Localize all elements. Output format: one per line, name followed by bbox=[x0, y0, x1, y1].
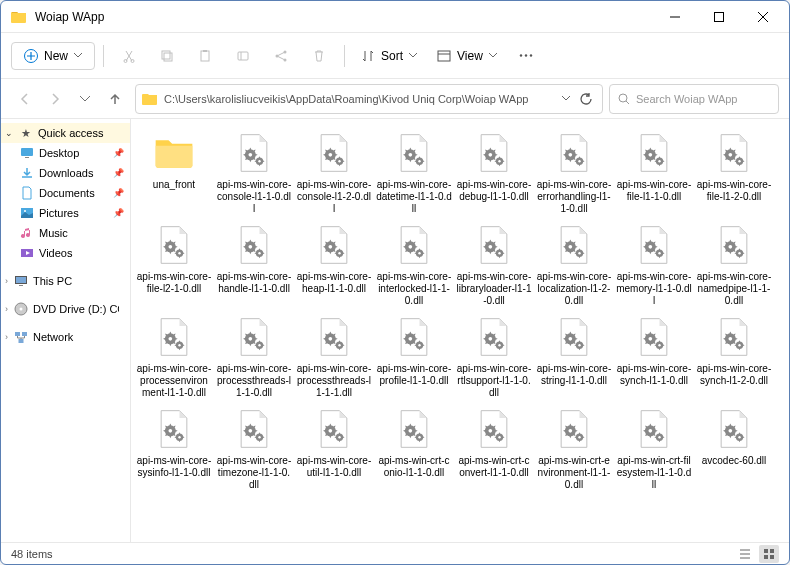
sidebar-dvd[interactable]: › DVD Drive (D:) CCCC bbox=[1, 299, 130, 319]
svg-rect-154 bbox=[764, 549, 768, 553]
file-item[interactable]: api-ms-win-core-memory-l1-1-0.dll bbox=[615, 219, 693, 309]
svg-point-73 bbox=[418, 252, 420, 254]
file-item[interactable]: api-ms-win-crt-environment-l1-1-0.dll bbox=[535, 403, 613, 493]
file-name: api-ms-win-core-file-l2-1-0.dll bbox=[136, 271, 212, 295]
file-item[interactable]: api-ms-win-core-processthreads-l1-1-0.dl… bbox=[215, 311, 293, 401]
sidebar-videos[interactable]: Videos bbox=[1, 243, 130, 263]
file-item[interactable]: api-ms-win-core-errorhandling-l1-1-0.dll bbox=[535, 127, 613, 217]
file-item[interactable]: api-ms-win-crt-conio-l1-1-0.dll bbox=[375, 403, 453, 493]
dll-icon bbox=[390, 129, 438, 177]
more-button[interactable] bbox=[509, 41, 543, 71]
sidebar-documents[interactable]: Documents 📌 bbox=[1, 183, 130, 203]
file-item[interactable]: api-ms-win-core-synch-l1-1-0.dll bbox=[615, 311, 693, 401]
details-view-button[interactable] bbox=[735, 545, 755, 563]
rename-button[interactable] bbox=[226, 41, 260, 71]
dll-icon bbox=[310, 129, 358, 177]
file-item[interactable]: api-ms-win-core-namedpipe-l1-1-0.dll bbox=[695, 219, 773, 309]
maximize-button[interactable] bbox=[697, 2, 741, 32]
file-name: api-ms-win-core-processthreads-l1-1-0.dl… bbox=[216, 363, 292, 399]
back-button[interactable] bbox=[11, 85, 39, 113]
svg-rect-8 bbox=[238, 52, 248, 60]
file-item[interactable]: api-ms-win-core-processenvironment-l1-1-… bbox=[135, 311, 213, 401]
file-item[interactable]: api-ms-win-core-file-l2-1-0.dll bbox=[135, 219, 213, 309]
file-name: api-ms-win-core-string-l1-1-0.dll bbox=[536, 363, 612, 387]
new-button[interactable]: New bbox=[11, 42, 95, 70]
svg-point-147 bbox=[649, 429, 653, 433]
close-button[interactable] bbox=[741, 2, 785, 32]
file-item[interactable]: api-ms-win-core-libraryloader-l1-1-0.dll bbox=[455, 219, 533, 309]
sidebar-network[interactable]: › Network bbox=[1, 327, 130, 347]
dll-icon bbox=[710, 129, 758, 177]
file-item[interactable]: api-ms-win-core-util-l1-1-0.dll bbox=[295, 403, 373, 493]
file-item[interactable]: api-ms-win-core-processthreads-l1-1-1.dl… bbox=[295, 311, 373, 401]
path-chevron-icon bbox=[562, 96, 570, 102]
minimize-button[interactable] bbox=[653, 2, 697, 32]
file-item[interactable]: avcodec-60.dll bbox=[695, 403, 773, 493]
file-name: api-ms-win-core-libraryloader-l1-1-0.dll bbox=[456, 271, 532, 307]
file-item[interactable]: api-ms-win-crt-convert-l1-1-0.dll bbox=[455, 403, 533, 493]
up-button[interactable] bbox=[101, 85, 129, 113]
svg-point-151 bbox=[729, 429, 733, 433]
delete-button[interactable] bbox=[302, 41, 336, 71]
dll-icon bbox=[550, 129, 598, 177]
file-view[interactable]: una_front api-ms-win-core-console-l1-1-0… bbox=[131, 119, 789, 542]
svg-point-37 bbox=[338, 160, 340, 162]
file-item[interactable]: api-ms-win-crt-filesystem-l1-1-0.dll bbox=[615, 403, 693, 493]
svg-rect-24 bbox=[19, 285, 23, 286]
svg-point-75 bbox=[489, 245, 493, 249]
file-item[interactable]: api-ms-win-core-rtlsupport-l1-1-0.dll bbox=[455, 311, 533, 401]
icons-view-button[interactable] bbox=[759, 545, 779, 563]
svg-point-95 bbox=[249, 337, 253, 341]
cut-button[interactable] bbox=[112, 41, 146, 71]
paste-button[interactable] bbox=[188, 41, 222, 71]
svg-rect-155 bbox=[770, 549, 774, 553]
file-item[interactable]: api-ms-win-core-synch-l1-2-0.dll bbox=[695, 311, 773, 401]
pin-icon: 📌 bbox=[113, 168, 124, 178]
sidebar-this-pc[interactable]: › This PC bbox=[1, 271, 130, 291]
svg-point-61 bbox=[178, 252, 180, 254]
file-item[interactable]: api-ms-win-core-sysinfo-l1-1-0.dll bbox=[135, 403, 213, 493]
file-item[interactable]: api-ms-win-core-file-l1-2-0.dll bbox=[695, 127, 773, 217]
app-icon bbox=[11, 9, 27, 25]
file-item[interactable]: api-ms-win-core-debug-l1-1-0.dll bbox=[455, 127, 533, 217]
sidebar-downloads[interactable]: Downloads 📌 bbox=[1, 163, 130, 183]
svg-point-51 bbox=[649, 153, 653, 157]
refresh-button[interactable] bbox=[576, 92, 596, 106]
sort-button[interactable]: Sort bbox=[353, 41, 425, 71]
dll-icon bbox=[150, 221, 198, 269]
recent-button[interactable] bbox=[71, 85, 99, 113]
copy-button[interactable] bbox=[150, 41, 184, 71]
file-item[interactable]: api-ms-win-core-console-l1-1-0.dll bbox=[215, 127, 293, 217]
file-item[interactable]: api-ms-win-core-heap-l1-1-0.dll bbox=[295, 219, 373, 309]
dll-icon bbox=[230, 313, 278, 361]
search-box[interactable]: Search Woiap WApp bbox=[609, 84, 779, 114]
sidebar-pictures[interactable]: Pictures 📌 bbox=[1, 203, 130, 223]
file-item[interactable]: api-ms-win-core-handle-l1-1-0.dll bbox=[215, 219, 293, 309]
file-item[interactable]: api-ms-win-core-datetime-l1-1-0.dll bbox=[375, 127, 453, 217]
svg-point-53 bbox=[658, 160, 660, 162]
address-path[interactable]: C:\Users\karolisliucveikis\AppData\Roami… bbox=[135, 84, 603, 114]
folder-item[interactable]: una_front bbox=[135, 127, 213, 217]
svg-point-2 bbox=[124, 59, 127, 62]
file-item[interactable]: api-ms-win-core-profile-l1-1-0.dll bbox=[375, 311, 453, 401]
view-button[interactable]: View bbox=[429, 41, 505, 71]
music-icon bbox=[19, 226, 34, 241]
file-item[interactable]: api-ms-win-core-file-l1-1-0.dll bbox=[615, 127, 693, 217]
file-item[interactable]: api-ms-win-core-interlocked-l1-1-0.dll bbox=[375, 219, 453, 309]
dll-icon bbox=[710, 221, 758, 269]
file-item[interactable]: api-ms-win-core-localization-l1-2-0.dll bbox=[535, 219, 613, 309]
file-item[interactable]: api-ms-win-core-console-l1-2-0.dll bbox=[295, 127, 373, 217]
share-button[interactable] bbox=[264, 41, 298, 71]
new-label: New bbox=[44, 49, 68, 63]
sidebar-music[interactable]: Music bbox=[1, 223, 130, 243]
forward-button[interactable] bbox=[41, 85, 69, 113]
file-item[interactable]: api-ms-win-core-timezone-l1-1-0.dll bbox=[215, 403, 293, 493]
folder-icon bbox=[150, 129, 198, 177]
svg-point-57 bbox=[738, 160, 740, 162]
svg-point-39 bbox=[409, 153, 413, 157]
dll-icon bbox=[630, 129, 678, 177]
sidebar-desktop[interactable]: Desktop 📌 bbox=[1, 143, 130, 163]
sidebar-quick-access[interactable]: ⌄ ★ Quick access bbox=[1, 123, 130, 143]
star-icon: ★ bbox=[18, 126, 33, 141]
file-item[interactable]: api-ms-win-core-string-l1-1-0.dll bbox=[535, 311, 613, 401]
